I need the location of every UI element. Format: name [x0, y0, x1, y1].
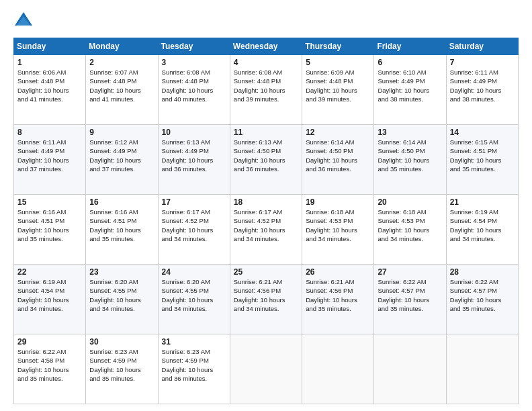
calendar-cell: 15 Sunrise: 6:16 AMSunset: 4:51 PMDaylig… — [14, 195, 86, 265]
cell-content: Sunrise: 6:08 AMSunset: 4:48 PMDaylight:… — [234, 68, 285, 103]
page: SundayMondayTuesdayWednesdayThursdayFrid… — [0, 0, 532, 411]
day-number: 24 — [162, 267, 226, 277]
calendar-cell: 1 Sunrise: 6:06 AMSunset: 4:48 PMDayligh… — [14, 55, 86, 125]
day-number: 12 — [306, 128, 370, 137]
cell-content: Sunrise: 6:22 AMSunset: 4:57 PMDaylight:… — [450, 278, 502, 312]
week-row-4: 22 Sunrise: 6:19 AMSunset: 4:54 PMDaylig… — [14, 265, 519, 334]
day-number: 23 — [89, 267, 154, 277]
calendar-cell: 14 Sunrise: 6:15 AMSunset: 4:51 PMDaylig… — [446, 125, 518, 195]
calendar-cell: 29 Sunrise: 6:22 AMSunset: 4:58 PMDaylig… — [14, 334, 86, 404]
day-number: 9 — [89, 128, 154, 137]
calendar-cell — [374, 334, 446, 404]
calendar-cell: 18 Sunrise: 6:17 AMSunset: 4:52 PMDaylig… — [230, 195, 302, 265]
calendar-cell: 17 Sunrise: 6:17 AMSunset: 4:52 PMDaylig… — [158, 195, 230, 265]
cell-content: Sunrise: 6:18 AMSunset: 4:53 PMDaylight:… — [306, 208, 357, 242]
day-number: 4 — [234, 58, 298, 67]
cell-content: Sunrise: 6:22 AMSunset: 4:58 PMDaylight:… — [17, 348, 69, 382]
col-header-friday: Friday — [374, 38, 446, 55]
cell-content: Sunrise: 6:09 AMSunset: 4:48 PMDaylight:… — [306, 68, 357, 103]
cell-content: Sunrise: 6:21 AMSunset: 4:56 PMDaylight:… — [306, 278, 357, 312]
cell-content: Sunrise: 6:11 AMSunset: 4:49 PMDaylight:… — [450, 68, 502, 103]
calendar-cell — [446, 334, 518, 404]
calendar-cell: 24 Sunrise: 6:20 AMSunset: 4:55 PMDaylig… — [158, 265, 230, 334]
col-header-monday: Monday — [86, 38, 158, 55]
day-number: 20 — [378, 197, 442, 207]
calendar-cell: 2 Sunrise: 6:07 AMSunset: 4:48 PMDayligh… — [86, 55, 158, 125]
calendar-cell: 23 Sunrise: 6:20 AMSunset: 4:55 PMDaylig… — [86, 265, 158, 334]
day-number: 1 — [17, 58, 82, 67]
week-row-2: 8 Sunrise: 6:11 AMSunset: 4:49 PMDayligh… — [14, 125, 519, 195]
calendar-cell: 3 Sunrise: 6:08 AMSunset: 4:48 PMDayligh… — [158, 55, 230, 125]
cell-content: Sunrise: 6:13 AMSunset: 4:49 PMDaylight:… — [162, 138, 214, 173]
day-number: 5 — [306, 58, 370, 67]
day-number: 27 — [378, 267, 442, 277]
calendar-cell: 16 Sunrise: 6:16 AMSunset: 4:51 PMDaylig… — [86, 195, 158, 265]
day-number: 29 — [17, 337, 82, 347]
cell-content: Sunrise: 6:16 AMSunset: 4:51 PMDaylight:… — [89, 208, 141, 242]
calendar-cell: 21 Sunrise: 6:19 AMSunset: 4:54 PMDaylig… — [446, 195, 518, 265]
calendar-cell: 12 Sunrise: 6:14 AMSunset: 4:50 PMDaylig… — [302, 125, 374, 195]
day-number: 7 — [450, 58, 515, 67]
day-number: 16 — [89, 197, 154, 207]
calendar-cell: 28 Sunrise: 6:22 AMSunset: 4:57 PMDaylig… — [446, 265, 518, 334]
day-number: 25 — [234, 267, 298, 277]
calendar-cell: 27 Sunrise: 6:22 AMSunset: 4:57 PMDaylig… — [374, 265, 446, 334]
cell-content: Sunrise: 6:23 AMSunset: 4:59 PMDaylight:… — [162, 348, 214, 382]
cell-content: Sunrise: 6:11 AMSunset: 4:49 PMDaylight:… — [17, 138, 69, 173]
calendar-table: SundayMondayTuesdayWednesdayThursdayFrid… — [13, 38, 519, 404]
week-row-3: 15 Sunrise: 6:16 AMSunset: 4:51 PMDaylig… — [14, 195, 519, 265]
day-number: 13 — [378, 128, 442, 137]
day-number: 11 — [234, 128, 298, 137]
header — [13, 11, 519, 31]
calendar-cell: 8 Sunrise: 6:11 AMSunset: 4:49 PMDayligh… — [14, 125, 86, 195]
calendar-cell: 25 Sunrise: 6:21 AMSunset: 4:56 PMDaylig… — [230, 265, 302, 334]
day-number: 30 — [89, 337, 154, 347]
week-row-5: 29 Sunrise: 6:22 AMSunset: 4:58 PMDaylig… — [14, 334, 519, 404]
calendar-cell: 4 Sunrise: 6:08 AMSunset: 4:48 PMDayligh… — [230, 55, 302, 125]
calendar-cell: 6 Sunrise: 6:10 AMSunset: 4:49 PMDayligh… — [374, 55, 446, 125]
cell-content: Sunrise: 6:20 AMSunset: 4:55 PMDaylight:… — [89, 278, 141, 312]
calendar-cell: 9 Sunrise: 6:12 AMSunset: 4:49 PMDayligh… — [86, 125, 158, 195]
cell-content: Sunrise: 6:07 AMSunset: 4:48 PMDaylight:… — [89, 68, 141, 103]
day-number: 28 — [450, 267, 515, 277]
day-number: 3 — [162, 58, 226, 67]
day-number: 22 — [17, 267, 82, 277]
day-number: 17 — [162, 197, 226, 207]
cell-content: Sunrise: 6:21 AMSunset: 4:56 PMDaylight:… — [234, 278, 285, 312]
calendar-cell — [230, 334, 302, 404]
cell-content: Sunrise: 6:17 AMSunset: 4:52 PMDaylight:… — [162, 208, 214, 242]
cell-content: Sunrise: 6:19 AMSunset: 4:54 PMDaylight:… — [17, 278, 69, 312]
calendar-cell: 20 Sunrise: 6:18 AMSunset: 4:53 PMDaylig… — [374, 195, 446, 265]
calendar-cell — [302, 334, 374, 404]
calendar-cell: 13 Sunrise: 6:14 AMSunset: 4:50 PMDaylig… — [374, 125, 446, 195]
day-number: 19 — [306, 197, 370, 207]
day-number: 21 — [450, 197, 515, 207]
cell-content: Sunrise: 6:23 AMSunset: 4:59 PMDaylight:… — [89, 348, 141, 382]
cell-content: Sunrise: 6:16 AMSunset: 4:51 PMDaylight:… — [17, 208, 69, 242]
logo — [13, 11, 36, 31]
day-number: 14 — [450, 128, 515, 137]
header-row: SundayMondayTuesdayWednesdayThursdayFrid… — [14, 38, 519, 55]
cell-content: Sunrise: 6:12 AMSunset: 4:49 PMDaylight:… — [89, 138, 141, 173]
cell-content: Sunrise: 6:14 AMSunset: 4:50 PMDaylight:… — [306, 138, 357, 173]
day-number: 2 — [89, 58, 154, 67]
calendar-cell: 7 Sunrise: 6:11 AMSunset: 4:49 PMDayligh… — [446, 55, 518, 125]
cell-content: Sunrise: 6:08 AMSunset: 4:48 PMDaylight:… — [162, 68, 214, 103]
cell-content: Sunrise: 6:20 AMSunset: 4:55 PMDaylight:… — [162, 278, 214, 312]
col-header-thursday: Thursday — [302, 38, 374, 55]
cell-content: Sunrise: 6:17 AMSunset: 4:52 PMDaylight:… — [234, 208, 285, 242]
cell-content: Sunrise: 6:06 AMSunset: 4:48 PMDaylight:… — [17, 68, 69, 103]
col-header-saturday: Saturday — [446, 38, 518, 55]
col-header-wednesday: Wednesday — [230, 38, 302, 55]
col-header-sunday: Sunday — [14, 38, 86, 55]
cell-content: Sunrise: 6:22 AMSunset: 4:57 PMDaylight:… — [378, 278, 429, 312]
day-number: 6 — [378, 58, 442, 67]
day-number: 8 — [17, 128, 82, 137]
calendar-cell: 19 Sunrise: 6:18 AMSunset: 4:53 PMDaylig… — [302, 195, 374, 265]
calendar-cell: 10 Sunrise: 6:13 AMSunset: 4:49 PMDaylig… — [158, 125, 230, 195]
cell-content: Sunrise: 6:10 AMSunset: 4:49 PMDaylight:… — [378, 68, 429, 103]
cell-content: Sunrise: 6:14 AMSunset: 4:50 PMDaylight:… — [378, 138, 429, 173]
calendar-cell: 22 Sunrise: 6:19 AMSunset: 4:54 PMDaylig… — [14, 265, 86, 334]
day-number: 31 — [162, 337, 226, 347]
cell-content: Sunrise: 6:18 AMSunset: 4:53 PMDaylight:… — [378, 208, 429, 242]
